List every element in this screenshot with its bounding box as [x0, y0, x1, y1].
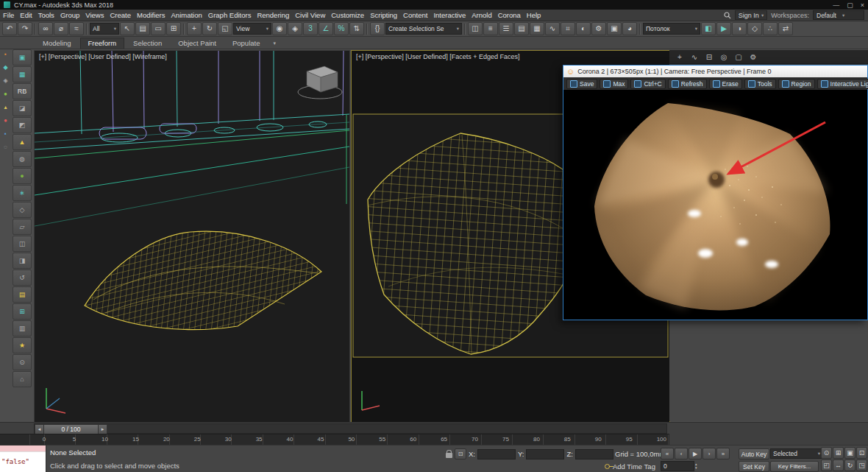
dock-disc-icon[interactable]: ◍: [13, 151, 32, 167]
dock-burst-icon[interactable]: ∗: [13, 185, 32, 201]
close-button[interactable]: ×: [861, 1, 864, 9]
align-icon[interactable]: ≡: [483, 22, 498, 35]
dock-sphere-icon[interactable]: ●: [13, 168, 32, 184]
play-button[interactable]: ▶: [689, 448, 702, 459]
corona-titlebar[interactable]: ☺ Corona 2 | 673×505px (1:1) | Camera: F…: [563, 66, 867, 77]
go-to-start-button[interactable]: «: [661, 448, 674, 459]
sign-in-button[interactable]: Sign In▾: [735, 10, 767, 20]
display-tab-icon[interactable]: ▢: [733, 53, 744, 61]
region-button[interactable]: Region: [778, 79, 815, 89]
menu-item[interactable]: Scripting: [367, 11, 400, 19]
percent-snap-icon[interactable]: %: [334, 22, 349, 35]
time-tag[interactable]: Add Time Tag: [605, 462, 655, 471]
bind-to-space-warp-icon[interactable]: ≈: [69, 22, 84, 35]
strip-teal-icon[interactable]: ◆: [3, 65, 7, 71]
strip-red-icon[interactable]: ●: [4, 118, 7, 124]
window-crossing-icon[interactable]: ⊞: [166, 22, 181, 35]
auto-key-button[interactable]: Auto Key: [739, 448, 769, 459]
save-button[interactable]: Save: [566, 79, 597, 89]
create-tab-icon[interactable]: +: [674, 53, 686, 61]
dock-mesh-icon[interactable]: ▦: [13, 66, 32, 82]
corona-interactive-icon[interactable]: ▶: [716, 22, 731, 35]
menu-item[interactable]: Views: [82, 11, 107, 19]
previous-frame-button[interactable]: ‹: [675, 448, 688, 459]
utilities-tab-icon[interactable]: ⚙: [747, 53, 759, 61]
corona-proxy-icon[interactable]: ◇: [747, 22, 762, 35]
orbit-icon[interactable]: ↻: [844, 459, 855, 471]
layer-manager-icon[interactable]: ☰: [499, 22, 513, 35]
menu-item[interactable]: Graph Editors: [205, 11, 255, 19]
menu-item[interactable]: Civil View: [292, 11, 328, 19]
snap-toggle-3d-icon[interactable]: 3: [303, 22, 318, 35]
zoom-all-icon[interactable]: ⊞: [833, 447, 844, 459]
scene-explorer-icon[interactable]: ▤: [514, 22, 529, 35]
zoom-extents-icon[interactable]: ▣: [844, 447, 855, 459]
ribbon-toggle-icon[interactable]: ▦: [530, 22, 544, 35]
set-key-button[interactable]: Set Key: [739, 461, 769, 472]
motion-tab-icon[interactable]: ◎: [718, 53, 730, 61]
angle-snap-icon[interactable]: ∠: [319, 22, 333, 35]
rectangular-selection-icon[interactable]: ▭: [151, 22, 166, 35]
zoom-icon[interactable]: ⊙: [821, 447, 832, 459]
select-by-name-icon[interactable]: ▤: [135, 22, 150, 35]
viewport-label[interactable]: [+] [Perspective] [User Defined] [Facets…: [356, 53, 520, 60]
dock-undo-icon[interactable]: ↺: [13, 270, 32, 286]
strip-gray-icon[interactable]: ◈: [3, 78, 7, 84]
strip-dot-icon[interactable]: ◌: [4, 144, 7, 150]
unlink-selection-icon[interactable]: ⌀: [54, 22, 68, 35]
pan-icon[interactable]: ↔: [833, 459, 844, 471]
select-and-rotate-icon[interactable]: ↻: [202, 22, 217, 35]
key-filters-button[interactable]: Key Filters...: [770, 461, 819, 472]
scene-element-dropdown[interactable]: Потолок▾: [643, 23, 700, 35]
x-coordinate-field[interactable]: [477, 449, 516, 459]
dock-grid-icon[interactable]: ▣: [13, 49, 32, 66]
menu-item[interactable]: Modifiers: [134, 11, 168, 19]
strip-orange-icon[interactable]: ▪: [4, 52, 7, 57]
menu-item[interactable]: Create: [107, 11, 134, 19]
use-pivot-center-icon[interactable]: ◉: [272, 22, 287, 35]
dock-mirror-icon[interactable]: ◫: [13, 236, 32, 252]
menu-item[interactable]: Animation: [168, 11, 205, 19]
menu-item[interactable]: Tools: [35, 11, 57, 19]
refresh-button[interactable]: Refresh: [668, 79, 707, 89]
minimize-button[interactable]: —: [833, 1, 839, 9]
dock-warning-icon[interactable]: ▲: [13, 134, 32, 150]
frame-number-field[interactable]: 0: [661, 461, 694, 471]
dock-plane-icon[interactable]: ▱: [13, 219, 32, 235]
rendered-frame-icon[interactable]: ▣: [607, 22, 622, 35]
maxscript-mini-listener[interactable]: "false": [0, 445, 46, 472]
corona-lightmix-icon[interactable]: ◑: [732, 22, 747, 35]
menu-item[interactable]: Edit: [17, 11, 35, 19]
menu-item[interactable]: Help: [524, 11, 544, 19]
material-editor-icon[interactable]: ◐: [576, 22, 591, 35]
dock-diamond-icon[interactable]: ◇: [13, 202, 32, 218]
maximize-viewport-icon[interactable]: ◳: [856, 459, 867, 471]
hierarchy-tab-icon[interactable]: ⊟: [703, 53, 715, 61]
corona-vfb-icon[interactable]: ◧: [701, 22, 716, 35]
render-production-icon[interactable]: ◕: [622, 22, 637, 35]
search-icon[interactable]: [724, 12, 731, 19]
next-frame-arrow[interactable]: ▸: [98, 424, 107, 434]
dock-star-icon[interactable]: ★: [13, 337, 32, 353]
mirror-icon[interactable]: ◫: [468, 22, 483, 35]
dock-shell-icon[interactable]: ◪: [13, 100, 32, 116]
dock-rows-icon[interactable]: ▥: [13, 320, 32, 337]
select-and-move-icon[interactable]: +: [187, 22, 202, 35]
menu-item[interactable]: Group: [57, 11, 82, 19]
spinner-icon[interactable]: ▴▾: [695, 462, 697, 470]
dock-rb-icon[interactable]: RB: [13, 83, 32, 99]
modify-tab-icon[interactable]: ∿: [689, 53, 700, 61]
selection-filter-dropdown[interactable]: All▾: [90, 23, 119, 35]
z-coordinate-field[interactable]: [575, 449, 613, 459]
zoom-region-icon[interactable]: ◰: [821, 459, 832, 471]
undo-icon[interactable]: ↶: [2, 22, 17, 35]
absolute-mode-toggle-icon[interactable]: ⊡: [455, 448, 466, 459]
schematic-view-icon[interactable]: ⌗: [561, 22, 575, 35]
zoom-extents-all-icon[interactable]: ⊡: [856, 447, 867, 459]
time-slider-track[interactable]: [34, 423, 667, 434]
key-mode-dropdown[interactable]: Selected▾: [770, 448, 823, 459]
strip-blue-icon[interactable]: ▪: [4, 131, 7, 137]
select-object-icon[interactable]: ↖: [120, 22, 135, 35]
dock-grid2-icon[interactable]: ⊞: [13, 303, 32, 320]
select-and-manipulate-icon[interactable]: ◈: [288, 22, 302, 35]
